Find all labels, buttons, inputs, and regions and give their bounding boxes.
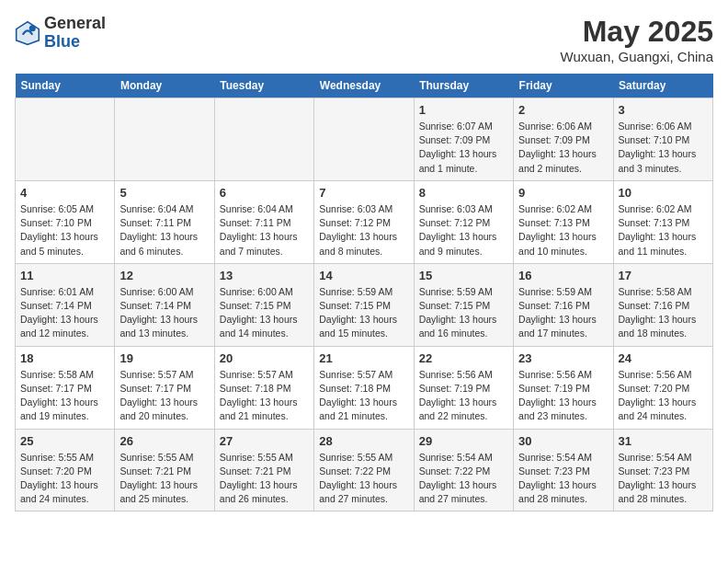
day-number: 4 (20, 186, 109, 200)
calendar-cell (115, 98, 214, 181)
weekday-header: Thursday (414, 74, 513, 98)
day-info: Sunrise: 5:54 AM Sunset: 7:22 PM Dayligh… (419, 451, 508, 507)
calendar-week-row: 11Sunrise: 6:01 AM Sunset: 7:14 PM Dayli… (16, 263, 713, 346)
day-info: Sunrise: 6:02 AM Sunset: 7:13 PM Dayligh… (518, 202, 608, 259)
day-number: 20 (220, 351, 309, 365)
day-number: 17 (619, 269, 708, 282)
day-info: Sunrise: 6:03 AM Sunset: 7:12 PM Dayligh… (319, 202, 408, 259)
calendar-cell: 23Sunrise: 5:56 AM Sunset: 7:19 PM Dayli… (514, 346, 613, 429)
day-number: 26 (119, 434, 209, 448)
day-number: 23 (518, 351, 608, 365)
calendar-cell: 18Sunrise: 5:58 AM Sunset: 7:17 PM Dayli… (16, 346, 115, 429)
day-info: Sunrise: 6:06 AM Sunset: 7:10 PM Dayligh… (619, 120, 708, 176)
day-info: Sunrise: 5:58 AM Sunset: 7:17 PM Dayligh… (20, 368, 109, 424)
day-info: Sunrise: 5:57 AM Sunset: 7:17 PM Dayligh… (119, 368, 209, 424)
day-number: 1 (419, 103, 508, 117)
logo-blue: Blue (44, 32, 80, 51)
day-number: 25 (20, 434, 109, 448)
day-info: Sunrise: 5:56 AM Sunset: 7:19 PM Dayligh… (518, 368, 608, 424)
calendar-cell: 10Sunrise: 6:02 AM Sunset: 7:13 PM Dayli… (613, 180, 712, 263)
day-info: Sunrise: 5:55 AM Sunset: 7:20 PM Dayligh… (20, 451, 109, 507)
calendar-cell: 22Sunrise: 5:56 AM Sunset: 7:19 PM Dayli… (414, 346, 513, 429)
logo-general: General (44, 14, 106, 32)
day-number: 6 (220, 186, 309, 200)
day-number: 5 (119, 186, 209, 200)
calendar-cell: 6Sunrise: 6:04 AM Sunset: 7:11 PM Daylig… (214, 180, 313, 263)
calendar-cell: 31Sunrise: 5:54 AM Sunset: 7:23 PM Dayli… (613, 429, 712, 511)
calendar-week-row: 25Sunrise: 5:55 AM Sunset: 7:20 PM Dayli… (16, 429, 713, 511)
day-info: Sunrise: 5:59 AM Sunset: 7:16 PM Dayligh… (518, 285, 608, 341)
calendar-cell: 17Sunrise: 5:58 AM Sunset: 7:16 PM Dayli… (613, 263, 712, 346)
day-number: 9 (518, 186, 608, 200)
day-number: 30 (518, 434, 608, 448)
day-number: 24 (619, 351, 708, 365)
calendar-cell: 8Sunrise: 6:03 AM Sunset: 7:12 PM Daylig… (414, 180, 513, 263)
day-number: 10 (619, 186, 708, 200)
weekday-header: Friday (514, 74, 613, 98)
title-block: May 2025 Wuxuan, Guangxi, China (561, 15, 714, 64)
day-number: 2 (518, 103, 608, 117)
calendar-cell: 4Sunrise: 6:05 AM Sunset: 7:10 PM Daylig… (16, 180, 115, 263)
day-info: Sunrise: 5:54 AM Sunset: 7:23 PM Dayligh… (518, 451, 608, 507)
calendar-cell (16, 98, 115, 181)
calendar-cell: 11Sunrise: 6:01 AM Sunset: 7:14 PM Dayli… (16, 263, 115, 346)
day-info: Sunrise: 6:05 AM Sunset: 7:10 PM Dayligh… (20, 202, 109, 259)
day-info: Sunrise: 6:06 AM Sunset: 7:09 PM Dayligh… (518, 120, 608, 176)
calendar-week-row: 18Sunrise: 5:58 AM Sunset: 7:17 PM Dayli… (16, 346, 713, 429)
day-info: Sunrise: 5:55 AM Sunset: 7:21 PM Dayligh… (119, 451, 209, 507)
day-info: Sunrise: 5:59 AM Sunset: 7:15 PM Dayligh… (319, 285, 408, 341)
calendar-cell: 2Sunrise: 6:06 AM Sunset: 7:09 PM Daylig… (514, 98, 613, 181)
day-info: Sunrise: 5:57 AM Sunset: 7:18 PM Dayligh… (319, 368, 408, 424)
calendar-cell: 7Sunrise: 6:03 AM Sunset: 7:12 PM Daylig… (314, 180, 414, 263)
calendar-cell: 1Sunrise: 6:07 AM Sunset: 7:09 PM Daylig… (414, 98, 513, 181)
day-info: Sunrise: 5:56 AM Sunset: 7:20 PM Dayligh… (619, 368, 708, 424)
logo-icon (15, 20, 40, 46)
location: Wuxuan, Guangxi, China (561, 49, 714, 64)
day-number: 31 (619, 434, 708, 448)
weekday-header: Monday (115, 74, 214, 98)
calendar-week-row: 1Sunrise: 6:07 AM Sunset: 7:09 PM Daylig… (16, 98, 713, 181)
calendar-cell: 15Sunrise: 5:59 AM Sunset: 7:15 PM Dayli… (414, 263, 513, 346)
day-number: 13 (220, 269, 309, 282)
day-number: 14 (319, 269, 408, 282)
day-info: Sunrise: 5:57 AM Sunset: 7:18 PM Dayligh… (220, 368, 309, 424)
calendar-cell (314, 98, 414, 181)
calendar-week-row: 4Sunrise: 6:05 AM Sunset: 7:10 PM Daylig… (16, 180, 713, 263)
day-number: 28 (319, 434, 408, 448)
day-info: Sunrise: 6:01 AM Sunset: 7:14 PM Dayligh… (20, 285, 109, 341)
day-number: 27 (220, 434, 309, 448)
day-number: 29 (419, 434, 508, 448)
day-number: 18 (20, 351, 109, 365)
calendar-cell: 25Sunrise: 5:55 AM Sunset: 7:20 PM Dayli… (16, 429, 115, 511)
day-info: Sunrise: 5:55 AM Sunset: 7:21 PM Dayligh… (220, 451, 309, 507)
logo: General Blue (15, 15, 106, 52)
calendar-cell: 30Sunrise: 5:54 AM Sunset: 7:23 PM Dayli… (514, 429, 613, 511)
day-number: 3 (619, 103, 708, 117)
day-info: Sunrise: 6:04 AM Sunset: 7:11 PM Dayligh… (119, 202, 209, 259)
weekday-header: Saturday (613, 74, 712, 98)
day-info: Sunrise: 6:07 AM Sunset: 7:09 PM Dayligh… (419, 120, 508, 176)
svg-point-2 (29, 25, 36, 31)
calendar-cell: 19Sunrise: 5:57 AM Sunset: 7:17 PM Dayli… (115, 346, 214, 429)
month-year: May 2025 (561, 15, 714, 49)
day-number: 15 (419, 269, 508, 282)
day-info: Sunrise: 6:03 AM Sunset: 7:12 PM Dayligh… (419, 202, 508, 259)
day-info: Sunrise: 6:04 AM Sunset: 7:11 PM Dayligh… (220, 202, 309, 259)
day-number: 11 (20, 269, 109, 282)
calendar-cell: 16Sunrise: 5:59 AM Sunset: 7:16 PM Dayli… (514, 263, 613, 346)
calendar-cell: 28Sunrise: 5:55 AM Sunset: 7:22 PM Dayli… (314, 429, 414, 511)
weekday-header-row: SundayMondayTuesdayWednesdayThursdayFrid… (16, 74, 713, 98)
day-info: Sunrise: 5:56 AM Sunset: 7:19 PM Dayligh… (419, 368, 508, 424)
calendar-cell: 27Sunrise: 5:55 AM Sunset: 7:21 PM Dayli… (214, 429, 313, 511)
calendar-cell: 5Sunrise: 6:04 AM Sunset: 7:11 PM Daylig… (115, 180, 214, 263)
day-info: Sunrise: 5:59 AM Sunset: 7:15 PM Dayligh… (419, 285, 508, 341)
calendar-cell: 14Sunrise: 5:59 AM Sunset: 7:15 PM Dayli… (314, 263, 414, 346)
weekday-header: Sunday (16, 74, 115, 98)
weekday-header: Tuesday (214, 74, 313, 98)
calendar-cell: 20Sunrise: 5:57 AM Sunset: 7:18 PM Dayli… (214, 346, 313, 429)
page-header: General Blue May 2025 Wuxuan, Guangxi, C… (15, 15, 713, 64)
day-number: 22 (419, 351, 508, 365)
day-number: 7 (319, 186, 408, 200)
calendar-cell: 29Sunrise: 5:54 AM Sunset: 7:22 PM Dayli… (414, 429, 513, 511)
day-number: 16 (518, 269, 608, 282)
